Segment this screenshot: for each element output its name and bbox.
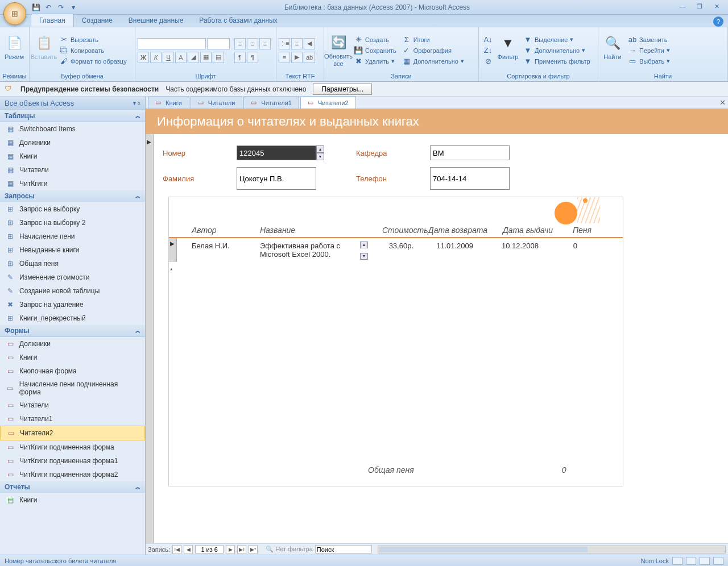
delete-record-button[interactable]: ✖Удалить ▾ [351,56,399,66]
nav-query-item[interactable]: ⊞Общая пеня [0,257,145,270]
subform-record-selector[interactable]: ▶ * [169,238,177,262]
doc-tab[interactable]: ▭Читатели [191,97,243,109]
save-icon[interactable]: 💾 [31,2,41,13]
nav-table-item[interactable]: ▦ЧитКгиги [0,177,145,190]
nav-section-queries[interactable]: Запросы︽ [0,190,145,202]
nav-form-item[interactable]: ▭Начисление пени подчиненная форма [0,378,145,398]
nav-header[interactable]: Все объекты Access ▾ « [0,97,145,110]
alt-color-button[interactable]: ▤ [213,52,224,63]
gridlines-button[interactable]: ▦ [200,52,212,63]
nav-form-item[interactable]: ▭Читатели1 [0,412,145,426]
fill-color-button[interactable]: ◢ [188,52,199,63]
italic-button[interactable]: К [150,52,162,63]
spin-up-icon[interactable]: ▲ [360,242,368,248]
selection-filter-button[interactable]: ▼Выделение ▾ [521,35,593,45]
nav-form-item[interactable]: ▭ЧитКгиги подчиненная форма [0,440,145,454]
nav-query-item[interactable]: ⊞Запрос на выборку [0,202,145,216]
highlight-button[interactable]: ab [304,52,315,63]
nav-section-forms[interactable]: Формы︽ [0,325,145,337]
cell-return[interactable]: 11.01.2009 [413,242,473,250]
nav-table-item[interactable]: ▦Читатели [0,163,145,177]
nav-query-item[interactable]: ⊞Начисление пени [0,230,145,243]
nav-query-item[interactable]: ⊞Невыданные книги [0,243,145,257]
spin-up-icon[interactable]: ▲ [316,145,324,153]
nav-form-item[interactable]: ▭Книги [0,351,145,364]
nav-table-item[interactable]: ▦Книги [0,149,145,163]
spelling-button[interactable]: ✓Орфография [400,45,466,56]
field-telefon[interactable] [430,167,510,190]
design-view-button[interactable] [713,557,723,565]
redo-icon[interactable]: ↷ [56,2,66,13]
nav-section-tables[interactable]: Таблицы︽ [0,110,145,122]
security-options-button[interactable]: Параметры... [313,84,372,95]
layout-view-button[interactable] [700,557,710,565]
tab-database[interactable]: Работа с базами данных [191,14,285,27]
datasheet-view-button[interactable] [686,557,696,565]
field-kafedra[interactable] [430,145,510,160]
nav-table-item[interactable]: ▦Switchboard Items [0,122,145,136]
cell-fine[interactable]: 0 [539,242,584,250]
nav-query-item[interactable]: ⊞Запрос на выборку 2 [0,216,145,230]
align-left-button[interactable]: ≡ [234,38,246,49]
search-input[interactable] [315,545,372,553]
select-button[interactable]: ▭Выбрать ▾ [626,56,672,66]
font-color-button[interactable]: A [175,52,187,63]
nav-report-item[interactable]: ▤Книги [0,493,145,507]
rtl-button[interactable]: ¶ [247,52,258,63]
record-position-input[interactable] [195,545,224,553]
restore-button[interactable]: ❐ [693,3,706,12]
spin-down-icon[interactable]: ▼ [360,253,368,260]
subform-row[interactable]: Белая Н.И. Эффективная работа с Microsof… [169,238,623,262]
last-record-button[interactable]: ▶I [237,545,246,554]
next-record-button[interactable]: ▶ [226,545,235,554]
form-view-button[interactable] [672,557,682,565]
cell-issue[interactable]: 10.12.2008 [473,242,539,250]
doc-tab-active[interactable]: ▭Читатели2 [300,97,356,109]
doc-tab[interactable]: ▭Книги [148,97,189,109]
paste-button[interactable]: 📋 Вставить [32,33,56,68]
bold-button[interactable]: Ж [138,52,149,63]
cut-button[interactable]: ✂Вырезать [57,35,129,45]
cell-author[interactable]: Белая Н.И. [192,242,260,250]
undo-icon[interactable]: ↶ [43,2,53,13]
view-button[interactable]: 📄 Режим [2,33,26,68]
doc-tab[interactable]: ▭Читатели1 [243,97,299,109]
spin-down-icon[interactable]: ▼ [316,153,324,160]
first-record-button[interactable]: I◀ [172,545,181,554]
field-familia[interactable] [237,167,316,190]
horizontal-scrollbar[interactable] [378,546,726,553]
new-record-button-nav[interactable]: ▶* [249,545,258,554]
refresh-button[interactable]: 🔄 Обновить все [326,32,350,68]
goto-button[interactable]: →Перейти ▾ [626,45,672,56]
sort-desc-button[interactable]: Z↓ [481,45,495,56]
nav-query-item[interactable]: ⊞Книги_перекрестный [0,311,145,325]
cell-title[interactable]: Эффективная работа с Microsoft Excel 200… [260,242,368,259]
ltr-button[interactable]: ¶ [234,52,246,63]
tab-home[interactable]: Главная [31,14,74,27]
bullets-button[interactable]: ⋮≡ [279,38,290,49]
font-family-select[interactable] [138,38,206,49]
align-right-button[interactable]: ≡ [259,38,271,49]
nav-form-item[interactable]: ▭Читатели [0,398,145,412]
nav-form-item[interactable]: ▭Кнопочная форма [0,364,145,378]
clear-sort-button[interactable]: ⊘ [481,56,495,66]
save-record-button[interactable]: 💾Сохранить [351,45,399,56]
indent-inc-button[interactable]: ▶ [291,52,303,63]
minimize-button[interactable]: — [676,3,689,12]
qat-dropdown-icon[interactable]: ▾ [68,2,78,13]
totals-button[interactable]: ΣИтоги [400,35,466,45]
replace-button[interactable]: abЗаменить [626,35,672,45]
nav-form-item[interactable]: ▭ЧитКгиги подчиненная форма2 [0,468,145,481]
field-nomer[interactable] [237,145,316,160]
nav-table-item[interactable]: ▦Должники [0,136,145,149]
help-button[interactable]: ? [713,16,723,27]
close-button[interactable]: ✕ [710,3,723,12]
tab-create[interactable]: Создание [74,14,121,27]
underline-button[interactable]: Ч [163,52,174,63]
more-button[interactable]: ▦Дополнительно ▾ [400,56,466,66]
filter-button[interactable]: ▼ Фильтр [496,33,520,68]
copy-button[interactable]: ⿻Копировать [57,45,129,56]
advanced-filter-button[interactable]: ▼Дополнительно ▾ [521,45,593,56]
nav-form-item-selected[interactable]: ▭Читатели2 [0,426,145,440]
nav-query-item[interactable]: ✖Запрос на удаление [0,298,145,311]
